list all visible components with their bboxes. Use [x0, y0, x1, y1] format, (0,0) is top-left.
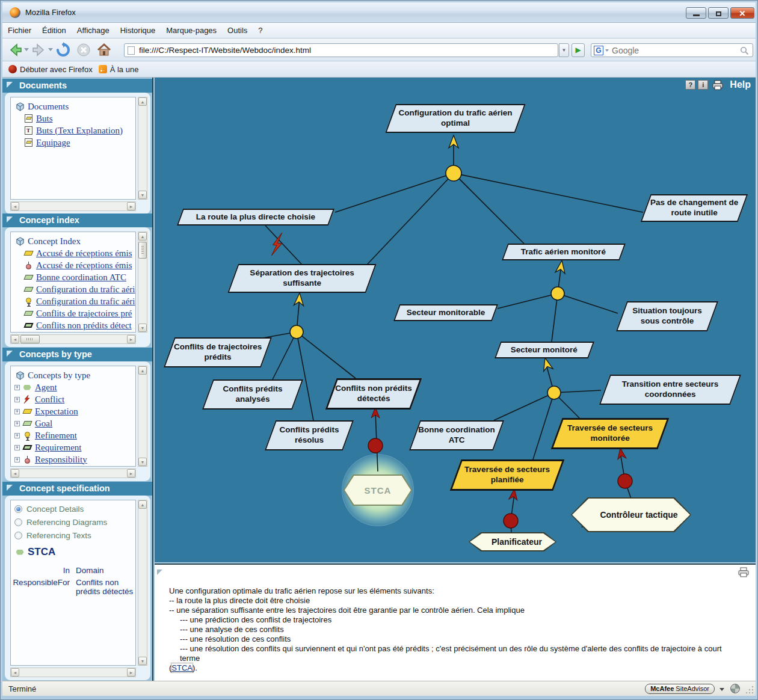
radio-icon[interactable]: [14, 532, 22, 539]
menu-fichier[interactable]: Fichier: [2, 23, 37, 37]
goal-node[interactable]: Secteur monitoré: [495, 342, 594, 358]
goal-node[interactable]: La route la plus directe choisie: [177, 209, 334, 226]
goal-node[interactable]: Trafic aérien monitoré: [502, 244, 626, 260]
horizontal-scrollbar[interactable]: ◄ ►: [10, 468, 136, 478]
documents-header[interactable]: Documents: [2, 79, 152, 93]
scroll-left-icon[interactable]: ◄: [11, 202, 19, 210]
search-engine-icon[interactable]: G: [594, 46, 603, 55]
menu-outils[interactable]: Outils: [222, 23, 253, 37]
search-icon[interactable]: [740, 46, 749, 55]
help-question-button[interactable]: ?: [685, 80, 695, 90]
goal-node[interactable]: Conflits prédits analysés: [202, 379, 303, 410]
scrollbar-thumb[interactable]: [138, 242, 147, 259]
scroll-up-icon[interactable]: ▲: [138, 500, 147, 509]
vertical-scrollbar[interactable]: ▲ ▼: [138, 97, 147, 200]
vertical-scrollbar[interactable]: ▲ ▼: [138, 366, 147, 467]
minimize-button[interactable]: [686, 7, 706, 19]
concept-item[interactable]: Conflits non prédits détect: [14, 331, 134, 333]
radio-referencing-diagrams[interactable]: Referencing Diagrams: [14, 518, 135, 527]
horizontal-scrollbar[interactable]: ◄ ►: [10, 201, 136, 211]
tree-item-equipage[interactable]: Equipage: [14, 137, 134, 149]
scroll-up-icon[interactable]: ▲: [138, 366, 147, 375]
menu-historique[interactable]: Historique: [115, 23, 161, 37]
collapse-triangle-icon[interactable]: [7, 351, 13, 357]
expectation-node[interactable]: Traversée de secteurs planifiée: [450, 459, 565, 491]
radio-selected-icon[interactable]: [14, 505, 22, 513]
goal-node[interactable]: Secteur monitorable: [393, 304, 498, 321]
radio-icon[interactable]: [14, 518, 22, 526]
vertical-scrollbar[interactable]: ▲ ▼: [138, 500, 147, 666]
mcafee-dropdown-icon[interactable]: [719, 688, 724, 691]
collapse-triangle-icon[interactable]: [7, 216, 13, 223]
expand-icon[interactable]: +: [14, 397, 20, 402]
expand-icon[interactable]: +: [14, 445, 20, 450]
scroll-down-icon[interactable]: ▼: [138, 324, 147, 332]
search-engine-dropdown-icon[interactable]: [605, 49, 609, 52]
concept-item[interactable]: Conflits non prédits détect: [14, 319, 134, 331]
requirement-node[interactable]: Conflits non prédits détectés: [325, 378, 422, 410]
scroll-right-icon[interactable]: ►: [127, 335, 135, 343]
scroll-down-icon[interactable]: ▼: [138, 657, 147, 665]
agent-node[interactable]: Planificateur: [469, 532, 556, 551]
radio-concept-details[interactable]: Concept Details: [14, 505, 135, 514]
expand-icon[interactable]: +: [14, 385, 20, 390]
scroll-left-icon[interactable]: ◄: [11, 469, 19, 477]
resize-grip[interactable]: [745, 686, 754, 694]
bookmark-a-la-une[interactable]: À la une: [99, 65, 139, 74]
scroll-down-icon[interactable]: ▼: [138, 191, 147, 199]
expectation-node[interactable]: Traversée de secteurs monitorée: [551, 418, 670, 449]
agent-node-stca[interactable]: STCA: [344, 474, 412, 506]
goal-node[interactable]: Situation toujours sous contrôle: [616, 301, 718, 331]
expand-icon[interactable]: +: [14, 421, 20, 426]
goal-node[interactable]: Transition entre secteurs coordonnées: [599, 375, 741, 405]
type-item-requirement[interactable]: + Requirement: [14, 441, 134, 453]
collapse-triangle-icon[interactable]: [157, 570, 162, 575]
expand-icon[interactable]: +: [14, 457, 20, 462]
reload-button[interactable]: [55, 42, 71, 58]
stop-button[interactable]: [76, 42, 91, 58]
info-button[interactable]: i: [698, 80, 708, 90]
forward-button[interactable]: [31, 42, 47, 58]
vertical-scrollbar[interactable]: ▲ ▼: [138, 232, 147, 333]
goal-node[interactable]: Séparation des trajectoires suffisante: [227, 264, 376, 293]
print-button[interactable]: [738, 567, 750, 577]
tree-item-buts[interactable]: Buts: [14, 112, 134, 124]
scrollbar-thumb[interactable]: [20, 335, 40, 343]
go-button[interactable]: ▶: [572, 43, 585, 57]
goal-node[interactable]: Conflits prédits résolus: [265, 420, 354, 450]
menu-edition[interactable]: Édition: [37, 23, 72, 37]
scroll-left-icon[interactable]: ◄: [11, 668, 19, 677]
radio-referencing-texts[interactable]: Referencing Texts: [14, 531, 135, 540]
horizontal-scrollbar[interactable]: ◄ ►: [10, 334, 136, 344]
print-button[interactable]: [712, 80, 724, 90]
goal-node[interactable]: Pas de changement de route inutile: [641, 194, 748, 222]
menu-affichage[interactable]: Affichage: [72, 23, 115, 37]
type-item-conflict[interactable]: + Conflict: [14, 393, 134, 405]
horizontal-scrollbar[interactable]: ◄ ►: [10, 668, 136, 677]
type-item-expectation[interactable]: + Expectation: [14, 405, 134, 417]
concept-index-header[interactable]: Concept index: [2, 213, 152, 227]
goal-node[interactable]: Configuration du trafic aérien optimal: [385, 104, 525, 133]
back-dropdown-icon[interactable]: [24, 48, 29, 51]
tree-item-buts-text[interactable]: T Buts (Text Explanation): [14, 124, 134, 137]
scroll-left-icon[interactable]: ◄: [11, 335, 19, 343]
collapse-triangle-icon[interactable]: [7, 485, 13, 491]
scroll-right-icon[interactable]: ►: [127, 668, 135, 677]
goal-node[interactable]: Bonne coordination ATC: [409, 420, 504, 450]
mcafee-siteadvisor-button[interactable]: McAfee SiteAdvisor: [645, 684, 715, 694]
help-label[interactable]: Help: [730, 79, 751, 90]
concept-item[interactable]: Bonne coordination ATC: [14, 271, 134, 283]
bookmark-debuter[interactable]: Débuter avec Firefox: [8, 65, 93, 74]
type-item-refinement[interactable]: + Refinement: [14, 429, 134, 441]
maximize-button[interactable]: [708, 7, 729, 19]
scroll-right-icon[interactable]: ►: [127, 202, 135, 210]
globe-icon[interactable]: [730, 684, 740, 693]
search-input[interactable]: [612, 45, 732, 56]
url-input[interactable]: [139, 45, 554, 56]
concept-item[interactable]: Accusé de réceptions émis: [14, 247, 134, 259]
scroll-down-icon[interactable]: ▼: [138, 458, 147, 466]
close-button[interactable]: ✕: [730, 7, 754, 19]
collapse-triangle-icon[interactable]: [7, 82, 13, 88]
concept-item[interactable]: Configuration du trafic aéri: [14, 283, 134, 295]
concept-item[interactable]: Conflits de trajectoires pré: [14, 307, 134, 319]
